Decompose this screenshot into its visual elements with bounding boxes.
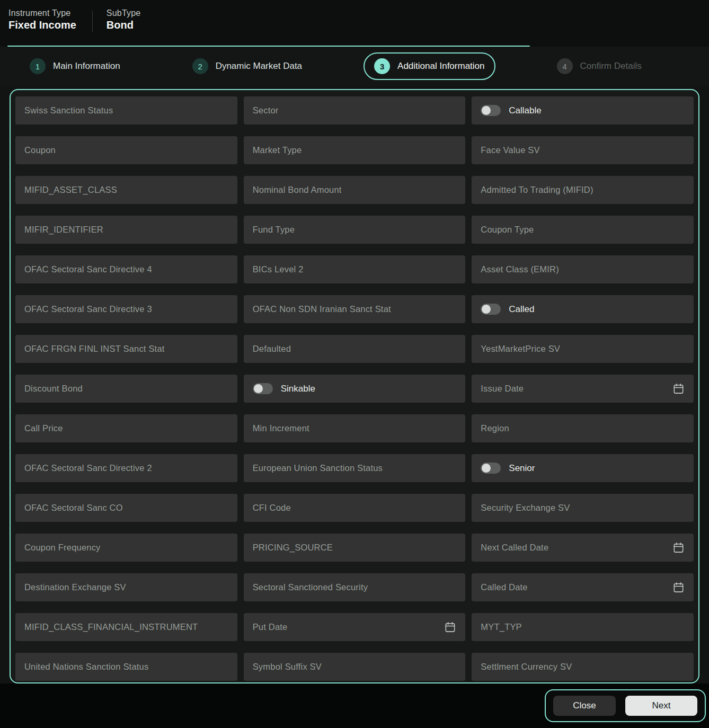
toggle-switch[interactable]: [481, 105, 501, 116]
toggle-label: Called: [509, 304, 534, 315]
input-field-security-exchange-sv[interactable]: Security Exchange SV: [472, 494, 694, 522]
input-field-call-price[interactable]: Call Price: [15, 414, 237, 442]
footer-actions-group: Close Next: [545, 689, 706, 722]
toggle-field-senior[interactable]: Senior: [472, 454, 694, 482]
input-field-asset-class-emir[interactable]: Asset Class (EMIR): [472, 255, 694, 283]
step-dynamic-market-data[interactable]: 2 Dynamic Market Data: [182, 52, 313, 80]
field-label: Sectoral Sanctioned Security: [253, 582, 368, 592]
header: Instrument Type Fixed Income SubType Bon…: [0, 0, 709, 37]
input-field-ofac-sectoral-sanc-directive-2[interactable]: OFAC Sectoral Sanc Directive 2: [15, 454, 237, 482]
field-label: PRICING_SOURCE: [253, 543, 333, 553]
input-field-mifid-asset-class[interactable]: MIFID_ASSET_CLASS: [15, 176, 237, 204]
input-field-sector[interactable]: Sector: [244, 96, 466, 125]
stepper: 1 Main Information 2 Dynamic Market Data…: [0, 47, 709, 86]
input-field-pricing-source[interactable]: PRICING_SOURCE: [244, 534, 466, 562]
input-field-face-value-sv[interactable]: Face Value SV: [472, 136, 694, 164]
toggle-switch[interactable]: [481, 463, 501, 474]
field-label: Admitted To Trading (MIFID): [481, 185, 593, 195]
toggle-field-callable[interactable]: Callable: [472, 96, 694, 125]
date-field-issue-date[interactable]: Issue Date: [472, 375, 694, 403]
input-field-symbol-suffix-sv[interactable]: Symbol Suffix SV: [244, 653, 466, 681]
toggle-field-sinkable[interactable]: Sinkable: [244, 375, 466, 403]
footer: Close Next: [0, 683, 709, 728]
toggle-knob: [482, 305, 491, 314]
field-label: CFI Code: [253, 503, 291, 513]
instrument-type-label: Instrument Type: [8, 8, 76, 18]
field-label: OFAC Sectoral Sanc Directive 2: [24, 463, 152, 473]
toggle-switch[interactable]: [253, 383, 273, 394]
toggle-field-called[interactable]: Called: [472, 295, 694, 323]
input-field-discount-bond[interactable]: Discount Bond: [15, 375, 237, 403]
input-field-region[interactable]: Region: [472, 414, 694, 442]
input-field-cfi-code[interactable]: CFI Code: [244, 494, 466, 522]
field-label: MIFID_ASSET_CLASS: [24, 185, 117, 195]
field-label: Swiss Sanction Status: [24, 105, 113, 116]
input-field-swiss-sanction-status[interactable]: Swiss Sanction Status: [15, 96, 237, 125]
field-label: OFAC Sectoral Sanc Directive 4: [24, 264, 152, 274]
header-underline-row: [0, 37, 709, 47]
input-field-settlment-currency-sv[interactable]: Settlment Currency SV: [472, 653, 694, 681]
input-field-nominal-bond-amount[interactable]: Nominal Bond Amount: [244, 176, 466, 204]
header-divider: [92, 11, 93, 32]
input-field-yestmarketprice-sv[interactable]: YestMarketPrice SV: [472, 335, 694, 363]
close-button[interactable]: Close: [553, 696, 616, 716]
input-field-defaulted[interactable]: Defaulted: [244, 335, 466, 363]
date-field-next-called-date[interactable]: Next Called Date: [472, 534, 694, 562]
field-label: OFAC Sectoral Sanc Directive 3: [24, 304, 152, 314]
field-label: YestMarketPrice SV: [481, 344, 560, 354]
date-field-called-date[interactable]: Called Date: [472, 573, 694, 601]
field-label: Coupon: [24, 145, 56, 155]
input-field-coupon[interactable]: Coupon: [15, 136, 237, 164]
additional-information-form-panel: Swiss Sanction StatusSectorCallableCoupo…: [10, 89, 699, 683]
toggle-switch[interactable]: [481, 304, 501, 315]
field-label: MIFID_CLASS_FINANCIAL_INSTRUMENT: [24, 622, 198, 632]
input-field-mifir-identifier[interactable]: MIFIR_IDENTIFIER: [15, 216, 237, 244]
input-field-mifid-class-financial-instrument[interactable]: MIFID_CLASS_FINANCIAL_INSTRUMENT: [15, 613, 237, 641]
step-label: Additional Information: [397, 61, 484, 72]
input-field-fund-type[interactable]: Fund Type: [244, 216, 466, 244]
input-field-destination-exchange-sv[interactable]: Destination Exchange SV: [15, 573, 237, 601]
calendar-icon[interactable]: [672, 581, 685, 593]
field-label: European Union Sanction Status: [253, 463, 383, 473]
field-label: OFAC Non SDN Iranian Sanct Stat: [253, 304, 391, 314]
input-field-ofac-sectoral-sanc-directive-3[interactable]: OFAC Sectoral Sanc Directive 3: [15, 295, 237, 323]
input-field-coupon-frequency[interactable]: Coupon Frequency: [15, 534, 237, 562]
field-label: Security Exchange SV: [481, 503, 570, 513]
field-label: BICs Level 2: [253, 264, 304, 274]
calendar-icon[interactable]: [672, 383, 685, 395]
field-label: Market Type: [253, 145, 302, 155]
input-field-ofac-sectoral-sanc-directive-4[interactable]: OFAC Sectoral Sanc Directive 4: [15, 255, 237, 283]
step-additional-information[interactable]: 3 Additional Information: [364, 52, 495, 80]
input-field-european-union-sanction-status[interactable]: European Union Sanction Status: [244, 454, 466, 482]
input-field-coupon-type[interactable]: Coupon Type: [472, 216, 694, 244]
instrument-type-group: Instrument Type Fixed Income: [8, 8, 76, 31]
input-field-bics-level-2[interactable]: BICs Level 2: [244, 255, 466, 283]
step-main-information[interactable]: 1 Main Information: [19, 52, 131, 80]
input-field-myt-typ[interactable]: MYT_TYP: [472, 613, 694, 641]
input-field-united-nations-sanction-status[interactable]: United Nations Sanction Status: [15, 653, 237, 681]
date-field-put-date[interactable]: Put Date: [244, 613, 466, 641]
toggle-label: Senior: [509, 463, 535, 474]
field-label: OFAC Sectoral Sanc CO: [24, 503, 123, 513]
input-field-ofac-frgn-finl-inst-sanct-stat[interactable]: OFAC FRGN FINL INST Sanct Stat: [15, 335, 237, 363]
calendar-icon[interactable]: [444, 621, 456, 633]
input-field-admitted-to-trading-mifid[interactable]: Admitted To Trading (MIFID): [472, 176, 694, 204]
field-label: United Nations Sanction Status: [24, 662, 148, 672]
field-label: MYT_TYP: [481, 622, 522, 632]
subtype-group: SubType Bond: [107, 8, 141, 31]
input-field-ofac-sectoral-sanc-co[interactable]: OFAC Sectoral Sanc CO: [15, 494, 237, 522]
input-field-ofac-non-sdn-iranian-sanct-stat[interactable]: OFAC Non SDN Iranian Sanct Stat: [244, 295, 466, 323]
input-field-min-increment[interactable]: Min Increment: [244, 414, 466, 442]
calendar-icon[interactable]: [672, 541, 685, 554]
input-field-market-type[interactable]: Market Type: [244, 136, 466, 164]
subtype-value: Bond: [107, 19, 141, 31]
field-label: Coupon Frequency: [24, 543, 101, 553]
next-button[interactable]: Next: [625, 696, 697, 716]
toggle-label: Callable: [509, 105, 541, 116]
field-label: Called Date: [481, 582, 527, 592]
field-label: OFAC FRGN FINL INST Sanct Stat: [24, 344, 165, 354]
input-field-sectoral-sanctioned-security[interactable]: Sectoral Sanctioned Security: [244, 573, 466, 601]
toggle-knob: [482, 464, 491, 473]
field-label: Region: [481, 423, 509, 433]
step-number-badge: 3: [374, 58, 390, 74]
